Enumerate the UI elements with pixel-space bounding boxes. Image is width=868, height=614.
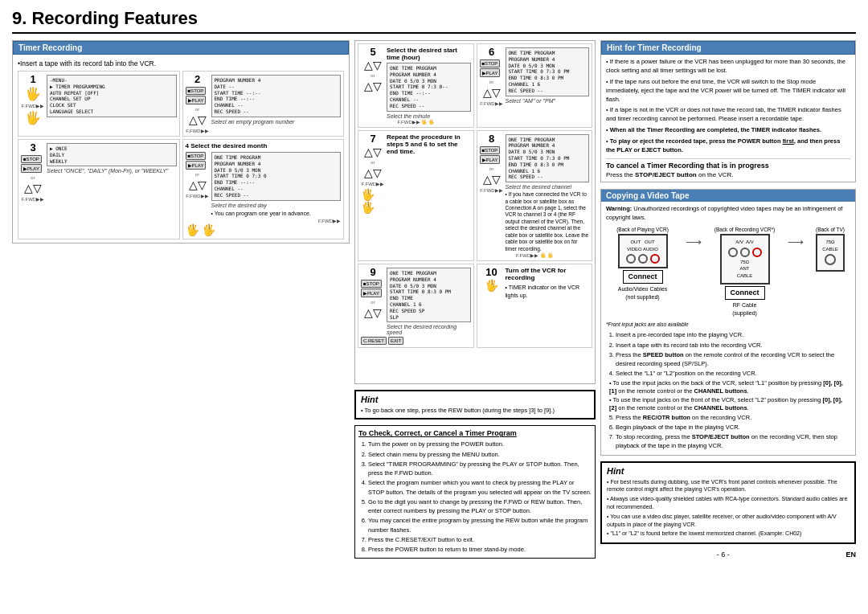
- back-playing-label: (Back of Playing VCR): [616, 226, 669, 233]
- cancel-text: Press the STOP/EJECT button on the VCR.: [606, 171, 850, 178]
- copy-step-5: Press the REC/OTR button on the recordin…: [616, 413, 850, 422]
- step-10-note: TIMER indicator on the VCR lights up.: [506, 284, 590, 300]
- check-title: To Check, Correct, or Cancel a Timer Pro…: [358, 429, 592, 437]
- step-6: 6 ■STOP ▶PLAY or △▽ F.FWD▶▶: [477, 43, 593, 128]
- hint-timer-p2: • If the tape runs out before the end ti…: [606, 78, 850, 104]
- step-9-desc: Select the desired recording speed: [387, 324, 471, 335]
- tv-box: 75ΩCABLE: [816, 234, 845, 272]
- step-5-title: Select the desired start time (hour): [387, 47, 471, 61]
- step-6-desc: Select "AM" or "PM": [506, 98, 590, 104]
- hint-bottom-p1: • For best results during dubbing, use t…: [607, 478, 850, 494]
- step-3-number: 3: [30, 142, 35, 153]
- step-1-screen: -MENU- ▶ TIMER PROGRAMMING AUTO REPEAT […: [47, 75, 177, 117]
- hint-bottom-box: Hint • For best results during dubbing, …: [600, 461, 856, 545]
- hint-timer-p5: • To play or eject the recorded tape, pr…: [606, 137, 850, 155]
- step-5: 5 △▽ or △▽ Select the desired start time…: [358, 43, 474, 128]
- step-1: 1 🖐 F.FWD▶▶ 🖐 -MENU- ▶ TIMER PROGRAMMING…: [18, 71, 180, 137]
- step-9: 9 ■STOP ▶PLAY or △▽ ONE TIME PROG: [358, 264, 474, 348]
- step-9-number: 9: [370, 267, 375, 277]
- hint-title: Hint: [361, 395, 589, 404]
- connect-arrows-2: ⟶: [788, 234, 804, 250]
- step-4-title: 4 Select the desired month: [186, 142, 342, 149]
- c-reset-btn[interactable]: C.RESET: [361, 337, 387, 345]
- copy-step-3: Press the SPEED button on the remote con…: [616, 350, 850, 369]
- step-2-desc: Select an empty program number: [211, 119, 342, 125]
- copy-step-7: To stop recording, press the STOP/EJECT …: [616, 432, 850, 451]
- check-step-6: You may cancel the entire program by pre…: [368, 516, 592, 534]
- check-step-2: Select chain menu by pressing the MENU b…: [368, 450, 592, 459]
- step-4-screen: ONE TIME PROGRAM PROGRAM NUMBER 4 DATE 0…: [211, 152, 342, 201]
- hint-box: Hint • To go back one step, press the RE…: [354, 390, 596, 420]
- page-title: 9. Recording Features: [12, 8, 856, 34]
- step-4-day-desc: Select the desired day: [211, 203, 342, 208]
- step-4: 4 Select the desired month ■STOP ▶PLAY o…: [182, 139, 345, 239]
- step-8-note: • If you have connected the VCR to a cab…: [506, 191, 590, 252]
- check-step-8: Press the POWER button to return to time…: [368, 545, 592, 554]
- audio-video-label: Audio/Video Cables(not supplied): [618, 285, 667, 301]
- copy-diagrams: (Back of Playing VCR) OUT OUT VIDEO AUDI…: [606, 226, 850, 318]
- connect-label-2: Connect: [725, 286, 765, 300]
- step-10-number: 10: [485, 267, 497, 277]
- step-8-desc: Select the desired channel: [506, 184, 590, 190]
- copy-step-1: Insert a pre-recorded tape into the play…: [616, 330, 850, 339]
- copy-bullet-notes: • To use the input jacks on the back of …: [609, 379, 850, 413]
- connect-box-1: OUT OUT VIDEO AUDIO: [618, 234, 668, 268]
- check-step-4: Select the program number which you want…: [368, 478, 592, 497]
- copying-warning: Warning: Unauthorized recordings of copy…: [606, 205, 850, 223]
- hint-timer-p1: • If there is a power failure or the VCR…: [606, 58, 850, 76]
- step-2: 2 ■STOP ▶PLAY or △▽ F.FWD▶▶: [182, 71, 345, 137]
- step-5-screen: ONE TIME PROGRAM PROGRAM NUMBER 4 DATE 0…: [387, 63, 471, 112]
- step-7-number: 7: [370, 133, 375, 144]
- hint-for-timer-content: • If there is a power failure or the VCR…: [606, 58, 850, 155]
- hint-bottom-p3: • You can use a video disc player, satel…: [607, 513, 850, 529]
- cancel-title: To cancel a Timer Recording that is in p…: [606, 162, 850, 170]
- step-2-screen: PROGRAM NUMBER 4 DATE -- START TIME --:-…: [211, 75, 342, 117]
- back-recording-label: (Back of Recording VCR*): [714, 226, 776, 233]
- step-5-number: 5: [370, 47, 375, 57]
- insert-tape-text: •Insert a tape with its record tab into …: [18, 58, 344, 71]
- copying-section: Copying a Video Tape Warning: Unauthoriz…: [600, 189, 856, 456]
- connect-arrows: ⟶: [686, 234, 702, 250]
- connect-box-2: A/V A/V 75ΩANTCABLE: [720, 234, 770, 284]
- back-tv-label: (Back of TV): [816, 226, 845, 233]
- copying-header: Copying a Video Tape: [601, 190, 855, 202]
- hint-bottom-p4: • "L1" or "L2" is found before the lowes…: [607, 530, 850, 538]
- check-step-7: Press the C.RESET/EXIT button to exit.: [368, 535, 592, 544]
- copy-steps-list-2: Press the REC/OTR button on the recordin…: [606, 413, 850, 451]
- copy-step-4: Select the "L1" or "L2"position on the r…: [616, 369, 850, 378]
- timer-recording-header: Timer Recording: [13, 41, 349, 55]
- step-8-number: 8: [489, 133, 494, 144]
- hint-content: • To go back one step, press the REW but…: [361, 407, 589, 415]
- check-section: To Check, Correct, or Cancel a Timer Pro…: [354, 425, 596, 559]
- exit-btn[interactable]: EXIT: [388, 337, 403, 345]
- check-steps-list: Turn the power on by pressing the POWER …: [358, 440, 592, 554]
- step-9-screen: ONE TIME PROGRAM PROGRAM NUMBER 4 DATE 0…: [387, 268, 471, 322]
- hint-timer-p4: • When all the Timer Recording are compl…: [606, 126, 850, 135]
- hint-timer-header: Hint for Timer Recording: [601, 41, 855, 55]
- copy-steps-list: Insert a pre-recorded tape into the play…: [606, 330, 850, 378]
- copy-step-2: Insert a tape with its record tab into t…: [616, 341, 850, 350]
- step-5-sub: Select the minute: [387, 113, 471, 119]
- en-label: EN: [845, 551, 856, 559]
- check-step-3: Select "TIMER PROGRAMMING" by pressing t…: [368, 460, 592, 478]
- step-7-title: Repeat the procedure in steps 5 and 6 to…: [387, 133, 471, 155]
- step-7: 7 △▽ or △▽ F.FWD▶▶ 🖐 🖐 Repeat the proced…: [358, 130, 474, 262]
- step-3: 3 ■STOP ▶PLAY or △▽ F.FWD▶▶: [18, 139, 180, 239]
- step-3-screen: ▶ ONCE DAILY WEEKLY: [47, 143, 177, 166]
- rf-cable-label: RF Cable(supplied): [732, 301, 757, 317]
- page-number: - 6 -: [600, 551, 845, 559]
- step-6-number: 6: [489, 47, 494, 57]
- step-10: 10 🖐 Turn off the VCR for recording TIME…: [477, 264, 593, 348]
- step-4-note: You can program one year in advance.: [211, 210, 342, 218]
- front-note: *Front input jacks are also available: [606, 321, 850, 328]
- connect-label-1: Connect: [623, 270, 663, 284]
- check-step-5: Go to the digit you want to change by pr…: [368, 497, 592, 516]
- step-2-number: 2: [194, 74, 200, 84]
- step-1-number: 1: [30, 74, 35, 84]
- step-3-desc: Select "ONCE", "DAILY" (Mon-Fri), or "WE…: [47, 168, 177, 174]
- step-10-title: Turn off the VCR for recording: [506, 267, 590, 281]
- cancel-section: To cancel a Timer Recording that is in p…: [606, 158, 850, 178]
- check-step-1: Turn the power on by pressing the POWER …: [368, 440, 592, 448]
- step-8-screen: ONE TIME PROGRAM PROGRAM NUMBER 4 DATE 0…: [506, 134, 590, 183]
- hint-bottom-title: Hint: [607, 466, 850, 476]
